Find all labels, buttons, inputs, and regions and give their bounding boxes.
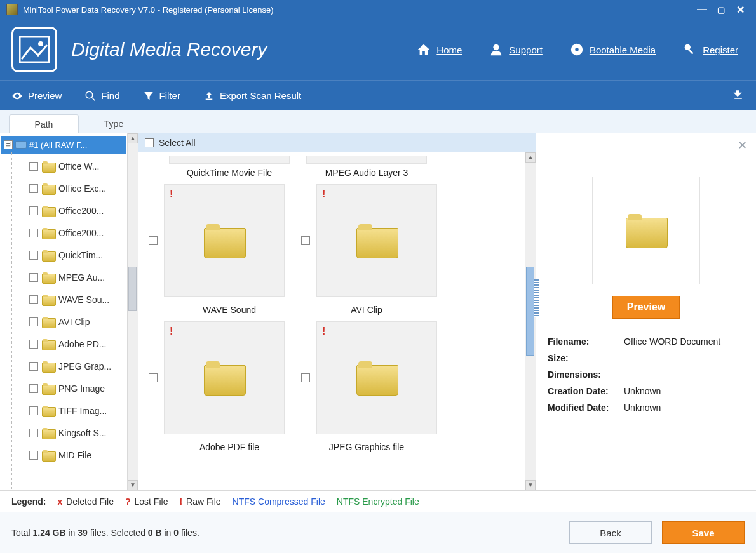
- svg-point-1: [38, 41, 43, 46]
- grid-item-checkbox[interactable]: [301, 236, 310, 245]
- export-icon: [203, 90, 215, 102]
- close-button[interactable]: [731, 4, 750, 16]
- svg-line-8: [92, 97, 95, 100]
- dimensions-label: Dimensions:: [548, 370, 624, 380]
- grid-caption: Adobe PDF file: [169, 442, 290, 452]
- tree-item[interactable]: Office200...: [0, 222, 127, 244]
- filter-button[interactable]: Filter: [143, 90, 180, 102]
- tree-item[interactable]: MID File: [0, 444, 127, 466]
- tree-item[interactable]: WAVE Sou...: [0, 288, 127, 310]
- tree-item[interactable]: Adobe PD...: [0, 333, 127, 355]
- share-button[interactable]: [732, 88, 745, 103]
- find-button[interactable]: Find: [84, 90, 119, 102]
- nav-home[interactable]: Home: [416, 42, 462, 57]
- tree-item-label: Office Exc...: [58, 183, 106, 194]
- grid-scrollbar[interactable]: ▲ ▼: [525, 152, 536, 490]
- tree-item-checkbox[interactable]: [29, 295, 38, 304]
- tree-item-checkbox[interactable]: [29, 251, 38, 260]
- search-icon: [84, 90, 96, 102]
- tree-item-checkbox[interactable]: [29, 273, 38, 282]
- eye-icon: [11, 90, 23, 102]
- disc-icon: [569, 42, 584, 57]
- tree-item-checkbox[interactable]: [29, 429, 38, 437]
- app-icon: [6, 4, 18, 15]
- tree-item-checkbox[interactable]: [29, 184, 38, 193]
- tree-item-label: JPEG Grap...: [58, 361, 111, 371]
- tree-item-checkbox[interactable]: [29, 384, 38, 393]
- folder-icon: [204, 224, 245, 257]
- grid-thumb-partial[interactable]: [169, 156, 290, 164]
- folder-icon: [42, 339, 55, 349]
- tree-item-checkbox[interactable]: [29, 229, 38, 237]
- grid-item-checkbox[interactable]: [149, 236, 158, 245]
- tree-item-checkbox[interactable]: [29, 406, 38, 415]
- tree-item[interactable]: QuickTim...: [0, 244, 127, 266]
- main-content: ⊟ #1 (All RAW F... Office W...Office Exc…: [0, 133, 756, 490]
- tree-item-checkbox[interactable]: [29, 317, 38, 326]
- export-button[interactable]: Export Scan Result: [203, 90, 301, 102]
- tree-item-checkbox[interactable]: [29, 340, 38, 349]
- select-all-row: Select All: [138, 133, 536, 152]
- preview-label: Preview: [28, 90, 62, 101]
- tree-item-label: Office W...: [58, 161, 99, 171]
- tree-root-item[interactable]: #1 (All RAW F...: [1, 136, 126, 154]
- back-button[interactable]: Back: [569, 521, 652, 544]
- grid-thumb-partial[interactable]: [306, 156, 427, 164]
- maximize-button[interactable]: [712, 4, 731, 15]
- tree-item-checkbox[interactable]: [29, 206, 38, 215]
- tree-item[interactable]: Office Exc...: [0, 177, 127, 199]
- tree-expander-icon[interactable]: ⊟: [5, 140, 11, 148]
- tree-item-checkbox[interactable]: [29, 362, 38, 371]
- size-label: Size:: [548, 353, 624, 363]
- nav-bootable[interactable]: Bootable Media: [569, 42, 656, 57]
- folder-icon: [42, 450, 55, 460]
- tree-item[interactable]: AVI Clip: [0, 310, 127, 333]
- grid-caption: AVI Clip: [306, 305, 427, 315]
- tab-path[interactable]: Path: [9, 114, 79, 133]
- tree-item[interactable]: MPEG Au...: [0, 266, 127, 288]
- scroll-up-icon[interactable]: ▲: [525, 152, 536, 163]
- creation-label: Creation Date:: [548, 386, 624, 396]
- tab-type[interactable]: Type: [79, 114, 149, 133]
- tree-item-checkbox[interactable]: [29, 451, 38, 460]
- tree-item[interactable]: Office W...: [0, 155, 127, 177]
- tree-item-label: Office200...: [58, 228, 104, 238]
- tree-item-label: MID File: [58, 450, 91, 460]
- scroll-thumb[interactable]: [128, 267, 137, 311]
- nav-support[interactable]: Support: [489, 42, 543, 57]
- tree-item[interactable]: TIFF Imag...: [0, 399, 127, 422]
- tree-item[interactable]: PNG Image: [0, 377, 127, 399]
- folder-icon: [42, 428, 55, 438]
- grid-item-checkbox[interactable]: [301, 373, 310, 382]
- preview-button[interactable]: Preview: [11, 90, 62, 102]
- tree-item[interactable]: Office200...: [0, 199, 127, 222]
- tree-item[interactable]: JPEG Grap...: [0, 355, 127, 377]
- minimize-button[interactable]: [692, 4, 712, 15]
- grid-caption: JPEG Graphics file: [306, 442, 427, 452]
- tree-scrollbar[interactable]: ▲ ▼: [127, 133, 138, 490]
- save-button[interactable]: Save: [662, 521, 745, 544]
- select-all-checkbox[interactable]: [145, 138, 154, 147]
- scroll-down-icon[interactable]: ▼: [525, 480, 536, 490]
- tree-item-label: QuickTim...: [58, 250, 103, 260]
- grid-item-checkbox[interactable]: [149, 373, 158, 382]
- grid-caption: MPEG Audio Layer 3: [306, 168, 427, 178]
- tab-path-label: Path: [35, 119, 53, 130]
- folder-icon: [42, 406, 55, 416]
- nav-register[interactable]: Register: [682, 42, 738, 57]
- preview-action-button[interactable]: Preview: [612, 296, 680, 319]
- grid-thumb-wave[interactable]: !: [164, 184, 285, 297]
- grid-thumb-jpeg[interactable]: !: [316, 321, 437, 434]
- svg-rect-0: [20, 37, 49, 62]
- folder-icon: [42, 161, 55, 171]
- grid-thumb-avi[interactable]: !: [316, 184, 437, 297]
- tree-item-checkbox[interactable]: [29, 162, 38, 171]
- details-close-button[interactable]: ✕: [738, 138, 747, 152]
- tree-item[interactable]: Kingsoft S...: [0, 422, 127, 444]
- scroll-down-icon[interactable]: ▼: [128, 480, 138, 490]
- support-icon: [489, 42, 504, 57]
- legend-ntfs-encrypted: NTFS Encrypted File: [337, 496, 419, 507]
- grid-thumb-pdf[interactable]: !: [164, 321, 285, 434]
- modified-label: Modified Date:: [548, 403, 624, 413]
- scroll-up-icon[interactable]: ▲: [128, 133, 138, 143]
